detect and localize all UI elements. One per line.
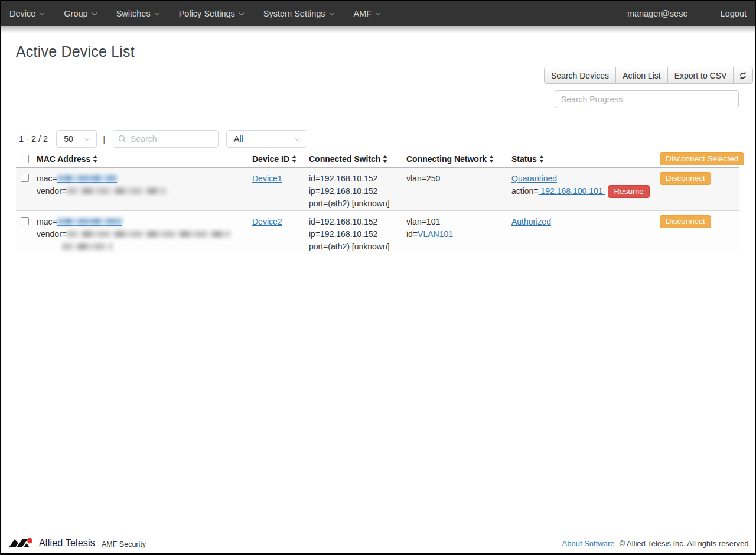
chevron-down-icon: [40, 10, 44, 15]
network-vlan: vlan=250: [406, 173, 511, 185]
product-name: AMF Security: [102, 540, 146, 548]
page-footer: Allied Telesis AMF Security About Softwa…: [1, 534, 755, 553]
mac-address-cell: mac= vendor=: [37, 168, 252, 197]
device-link[interactable]: Device1: [252, 174, 282, 183]
footer-links: About Software © Allied Telesis Inc. All…: [562, 539, 751, 548]
navbar-shadow: [1, 26, 755, 33]
select-all-checkbox[interactable]: [21, 155, 29, 163]
controls-separator: |: [103, 134, 105, 144]
action-label: action=: [511, 186, 539, 196]
col-header-mac-address[interactable]: MAC Address: [37, 154, 252, 164]
device-link[interactable]: Device2: [252, 217, 282, 226]
nav-item-device[interactable]: Device: [9, 9, 44, 18]
switch-id: id=192.168.10.152: [309, 173, 406, 185]
col-header-device-id[interactable]: Device ID: [252, 154, 309, 164]
search-devices-button[interactable]: Search Devices: [544, 67, 616, 84]
switch-port: port=(ath2) [unknown]: [309, 241, 406, 253]
status-filter-select[interactable]: All: [226, 130, 307, 148]
chevron-down-icon: [295, 135, 301, 141]
brand-wordmark: Allied Telesis: [39, 538, 95, 548]
sort-icon: [489, 155, 494, 163]
nav-item-label: Device: [9, 9, 35, 18]
allied-telesis-logo-icon: [8, 537, 35, 549]
table-search-input[interactable]: [131, 134, 213, 144]
list-controls: 1 - 2 / 2 50 | All: [16, 130, 739, 148]
connected-switch-cell: id=192.168.10.152 ip=192.168.10.152 port…: [309, 211, 406, 253]
main-content: Active Device List Search Devices Action…: [1, 33, 755, 534]
device-id-cell: Device2: [252, 211, 309, 228]
col-header-connected-switch[interactable]: Connected Switch: [309, 154, 406, 164]
page-title: Active Device List: [16, 43, 739, 60]
nav-item-switches[interactable]: Switches: [116, 9, 159, 18]
col-label: Connecting Network: [406, 154, 487, 164]
col-header-connecting-network[interactable]: Connecting Network: [406, 154, 511, 164]
switch-port: port=(ath2) [unknown]: [309, 197, 406, 210]
switch-id: id=192.168.10.152: [309, 216, 406, 228]
chevron-down-icon: [239, 10, 244, 15]
nav-item-label: Group: [64, 9, 87, 18]
row-checkbox[interactable]: [21, 217, 29, 225]
network-id-label: id=: [406, 229, 418, 239]
disconnect-button[interactable]: Disconnect: [660, 172, 711, 185]
col-header-status[interactable]: Status: [511, 154, 657, 164]
refresh-icon: [738, 71, 748, 80]
table-row: mac= vendor= Device1 id=192.168.10.152 i…: [16, 168, 739, 211]
nav-item-policy-settings[interactable]: Policy Settings: [179, 9, 243, 18]
network-vlan: vlan=101: [406, 216, 511, 228]
sort-icon: [539, 155, 544, 163]
vlan-link[interactable]: VLAN101: [418, 229, 453, 239]
status-link[interactable]: Authorized: [511, 217, 551, 226]
action-ip-link[interactable]: 192.168.100.101: [539, 186, 605, 196]
vendor-label: vendor=: [37, 186, 67, 196]
col-label: Device ID: [252, 154, 289, 164]
nav-account-area: manager@sesc Logout: [627, 9, 747, 18]
mac-label: mac=: [37, 174, 57, 183]
switch-ip: ip=192.168.10.152: [309, 185, 406, 197]
action-list-button[interactable]: Action List: [615, 67, 668, 84]
nav-item-system-settings[interactable]: System Settings: [263, 9, 334, 18]
mac-label: mac=: [37, 217, 57, 226]
table-row: mac= vendor= Device2 id=192.168.10.152 i…: [16, 211, 739, 254]
export-to-csv-button[interactable]: Export to CSV: [667, 67, 734, 84]
sort-icon: [383, 155, 387, 163]
top-navbar: Device Group Switches Policy Settings Sy…: [1, 1, 755, 26]
search-progress-wrap: [544, 90, 739, 108]
mac-address-cell: mac= vendor=: [37, 211, 252, 253]
active-device-table: MAC Address Device ID Connected Switch C…: [16, 151, 739, 254]
switch-ip: ip=192.168.10.152: [309, 228, 406, 241]
row-checkbox[interactable]: [21, 174, 29, 182]
page-size-select[interactable]: 50: [56, 130, 97, 148]
disconnect-button[interactable]: Disconnect: [660, 215, 711, 228]
chevron-down-icon: [84, 135, 90, 141]
resume-button[interactable]: Resume: [608, 185, 649, 198]
mac-value-redacted-link[interactable]: [57, 218, 122, 226]
col-label: MAC Address: [37, 154, 90, 164]
status-cell: Quarantined action= 192.168.100.101 Resu…: [511, 168, 657, 198]
chevron-down-icon: [376, 10, 380, 15]
footer-brand: Allied Telesis AMF Security: [8, 537, 146, 549]
refresh-button[interactable]: [733, 67, 753, 84]
search-icon: [118, 135, 126, 143]
about-software-link[interactable]: About Software: [562, 539, 615, 548]
status-link[interactable]: Quarantined: [511, 174, 557, 183]
sort-icon: [292, 155, 296, 163]
status-cell: Authorized: [511, 211, 657, 228]
disconnect-selected-button[interactable]: Disconnect Selected: [660, 152, 744, 165]
pagination-range: 1 - 2 / 2: [19, 134, 48, 144]
chevron-down-icon: [92, 10, 96, 15]
status-filter-value: All: [234, 134, 243, 144]
nav-item-label: AMF: [354, 9, 372, 18]
nav-item-label: Switches: [116, 9, 151, 18]
copyright-text: © Allied Telesis Inc. All rights reserve…: [620, 539, 751, 548]
search-progress-input[interactable]: [555, 90, 739, 108]
nav-menu: Device Group Switches Policy Settings Sy…: [9, 9, 400, 18]
nav-item-amf[interactable]: AMF: [354, 9, 380, 18]
nav-item-group[interactable]: Group: [64, 9, 96, 18]
nav-item-label: Policy Settings: [179, 9, 235, 18]
page-size-value: 50: [64, 134, 73, 144]
user-account[interactable]: manager@sesc: [627, 9, 687, 18]
col-label: Status: [511, 154, 537, 164]
connecting-network-cell: vlan=250: [406, 168, 511, 185]
mac-value-redacted-link[interactable]: [57, 175, 117, 183]
logout-link[interactable]: Logout: [721, 9, 747, 18]
